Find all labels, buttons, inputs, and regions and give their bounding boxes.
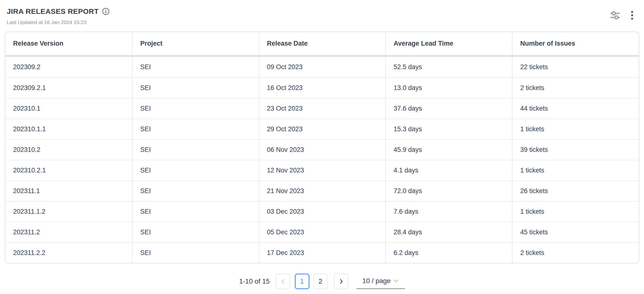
cell-average-lead-time: 37.6 days bbox=[385, 98, 512, 118]
cell-number-of-issues: 2 tickets bbox=[512, 243, 639, 263]
cell-project: SEI bbox=[132, 78, 259, 98]
next-page-button[interactable] bbox=[334, 274, 348, 289]
page-button-2[interactable]: 2 bbox=[313, 274, 328, 289]
table-row: 202310.2 SEI 06 Nov 2023 45.9 days 39 ti… bbox=[5, 139, 639, 160]
cell-release-version: 202310.1 bbox=[5, 98, 132, 118]
cell-release-date: 06 Nov 2023 bbox=[259, 140, 385, 160]
cell-number-of-issues: 39 tickets bbox=[512, 140, 639, 160]
cell-number-of-issues: 1 tickets bbox=[512, 160, 639, 180]
cell-release-version: 202309.2 bbox=[5, 57, 132, 78]
column-header-average-lead-time: Average Lead Time bbox=[385, 32, 512, 55]
cell-release-version: 202310.2.1 bbox=[5, 160, 132, 180]
table-row: 202311.2.2 SEI 17 Dec 2023 6.2 days 2 ti… bbox=[5, 242, 639, 263]
cell-project: SEI bbox=[132, 119, 259, 139]
column-header-number-of-issues: Number of Issues bbox=[512, 32, 639, 55]
cell-number-of-issues: 2 tickets bbox=[512, 78, 639, 98]
cell-project: SEI bbox=[132, 222, 259, 242]
cell-average-lead-time: 6.2 days bbox=[385, 243, 512, 263]
cell-release-date: 05 Dec 2023 bbox=[259, 222, 385, 242]
info-icon[interactable] bbox=[102, 8, 110, 15]
cell-release-date: 16 Oct 2023 bbox=[259, 78, 385, 98]
header-actions bbox=[610, 11, 633, 20]
cell-average-lead-time: 72.0 days bbox=[385, 181, 512, 201]
cell-release-version: 202311.1 bbox=[5, 181, 132, 201]
title-block: JIRA RELEASES REPORT Last Updated at 16 … bbox=[7, 7, 110, 25]
cell-project: SEI bbox=[132, 181, 259, 201]
pagination: 1-10 of 15 1 2 10 / page bbox=[0, 274, 644, 289]
header-separator-band bbox=[5, 55, 639, 57]
cell-release-version: 202311.2.2 bbox=[5, 243, 132, 263]
page-title: JIRA RELEASES REPORT bbox=[7, 7, 99, 16]
prev-page-button[interactable] bbox=[276, 274, 290, 289]
table-row: 202311.1 SEI 21 Nov 2023 72.0 days 26 ti… bbox=[5, 180, 639, 201]
cell-release-version: 202309.2.1 bbox=[5, 78, 132, 98]
cell-release-date: 03 Dec 2023 bbox=[259, 202, 385, 222]
cell-number-of-issues: 26 tickets bbox=[512, 181, 639, 201]
column-header-release-date: Release Date bbox=[259, 32, 385, 55]
cell-average-lead-time: 45.9 days bbox=[385, 140, 512, 160]
cell-average-lead-time: 15.3 days bbox=[385, 119, 512, 139]
cell-project: SEI bbox=[132, 160, 259, 180]
cell-release-date: 23 Oct 2023 bbox=[259, 98, 385, 118]
cell-number-of-issues: 44 tickets bbox=[512, 98, 639, 118]
table-row: 202310.2.1 SEI 12 Nov 2023 4.1 days 1 ti… bbox=[5, 160, 639, 180]
cell-project: SEI bbox=[132, 140, 259, 160]
cell-project: SEI bbox=[132, 202, 259, 222]
cell-number-of-issues: 22 tickets bbox=[512, 57, 639, 78]
cell-release-version: 202311.2 bbox=[5, 222, 132, 242]
cell-number-of-issues: 1 tickets bbox=[512, 119, 639, 139]
page-size-label: 10 / page bbox=[362, 277, 391, 285]
chevron-right-icon bbox=[339, 279, 344, 284]
table-row: 202309.2.1 SEI 16 Oct 2023 13.0 days 2 t… bbox=[5, 78, 639, 98]
chevron-down-icon bbox=[393, 279, 399, 283]
releases-table: Release Version Project Release Date Ave… bbox=[5, 32, 639, 264]
cell-project: SEI bbox=[132, 98, 259, 118]
cell-average-lead-time: 28.4 days bbox=[385, 222, 512, 242]
cell-release-date: 29 Oct 2023 bbox=[259, 119, 385, 139]
pagination-summary: 1-10 of 15 bbox=[239, 278, 270, 285]
cell-project: SEI bbox=[132, 57, 259, 78]
cell-average-lead-time: 52.5 days bbox=[385, 57, 512, 78]
table-row: 202311.2 SEI 05 Dec 2023 28.4 days 45 ti… bbox=[5, 222, 639, 242]
cell-release-date: 17 Dec 2023 bbox=[259, 243, 385, 263]
page-button-1[interactable]: 1 bbox=[295, 274, 310, 289]
column-header-project: Project bbox=[132, 32, 259, 55]
column-header-release-version: Release Version bbox=[5, 32, 132, 55]
cell-number-of-issues: 45 tickets bbox=[512, 222, 639, 242]
widget-header: JIRA RELEASES REPORT Last Updated at 16 … bbox=[0, 0, 644, 25]
cell-release-date: 09 Oct 2023 bbox=[259, 57, 385, 78]
table-row: 202310.1 SEI 23 Oct 2023 37.6 days 44 ti… bbox=[5, 98, 639, 118]
table-body: 202309.2 SEI 09 Oct 2023 52.5 days 22 ti… bbox=[5, 57, 639, 263]
cell-release-date: 21 Nov 2023 bbox=[259, 181, 385, 201]
table-row: 202311.1.2 SEI 03 Dec 2023 7.6 days 1 ti… bbox=[5, 201, 639, 222]
table-row: 202310.1.1 SEI 29 Oct 2023 15.3 days 1 t… bbox=[5, 118, 639, 139]
cell-average-lead-time: 13.0 days bbox=[385, 78, 512, 98]
cell-release-version: 202310.1.1 bbox=[5, 119, 132, 139]
kebab-menu-icon[interactable] bbox=[631, 11, 633, 20]
cell-release-date: 12 Nov 2023 bbox=[259, 160, 385, 180]
cell-release-version: 202310.2 bbox=[5, 140, 132, 160]
cell-average-lead-time: 7.6 days bbox=[385, 202, 512, 222]
page-size-select[interactable]: 10 / page bbox=[356, 274, 405, 289]
cell-number-of-issues: 1 tickets bbox=[512, 202, 639, 222]
chevron-left-icon bbox=[280, 279, 285, 284]
table-row: 202309.2 SEI 09 Oct 2023 52.5 days 22 ti… bbox=[5, 57, 639, 78]
cell-project: SEI bbox=[132, 243, 259, 263]
cell-release-version: 202311.1.2 bbox=[5, 202, 132, 222]
filter-settings-icon[interactable] bbox=[610, 11, 620, 20]
last-updated-text: Last Updated at 16 Jan 2024 15:23 bbox=[7, 20, 110, 25]
table-header-row: Release Version Project Release Date Ave… bbox=[5, 32, 639, 55]
cell-average-lead-time: 4.1 days bbox=[385, 160, 512, 180]
